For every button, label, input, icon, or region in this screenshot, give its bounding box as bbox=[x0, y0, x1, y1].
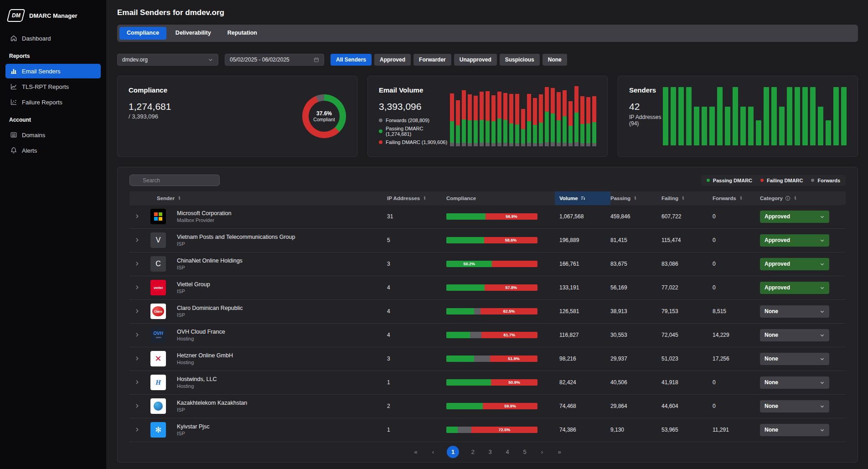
stacked-bar bbox=[580, 96, 584, 146]
table-row[interactable]: OVH.comOVH Cloud FranceHosting461.7%116,… bbox=[129, 324, 846, 347]
bar-segment bbox=[497, 143, 501, 146]
category-dropdown[interactable]: Approved bbox=[760, 282, 829, 294]
sender-type: Mailbox Provider bbox=[177, 217, 387, 223]
tab-reputation[interactable]: Reputation bbox=[220, 27, 264, 40]
claro-logo-mark: Claro bbox=[152, 306, 164, 316]
column-header-ip-addresses[interactable]: IP Addresses bbox=[387, 191, 446, 205]
sort-icon bbox=[739, 196, 744, 201]
category-dropdown[interactable]: Approved bbox=[760, 234, 829, 247]
table-row[interactable]: CChinaNet Online HoldingsISP350.2%166,76… bbox=[129, 253, 846, 276]
search-input[interactable] bbox=[129, 175, 220, 186]
bar-segment bbox=[486, 91, 490, 121]
sidebar-item-dashboard[interactable]: Dashboard bbox=[5, 31, 101, 46]
pagination-prev-button[interactable]: ‹ bbox=[429, 448, 437, 455]
sender-type: ISP bbox=[177, 407, 387, 412]
bar-segment bbox=[568, 143, 573, 146]
forwards-value: 0 bbox=[713, 261, 760, 267]
category-dropdown[interactable]: None bbox=[760, 353, 829, 365]
sidebar-item-email-senders[interactable]: Email Senders bbox=[5, 64, 101, 78]
sender-type: ISP bbox=[177, 265, 387, 270]
expand-row-button[interactable] bbox=[129, 260, 150, 268]
filter-button-none[interactable]: None bbox=[542, 54, 567, 66]
column-header-forwards[interactable]: Forwards bbox=[713, 191, 760, 205]
sidebar-item-domains[interactable]: Domains bbox=[5, 128, 101, 142]
expand-row-button[interactable] bbox=[129, 284, 150, 292]
expand-row-button[interactable] bbox=[129, 426, 150, 434]
category-dropdown[interactable]: None bbox=[760, 424, 829, 436]
column-header-compliance[interactable]: Compliance bbox=[446, 191, 559, 205]
stacked-bar bbox=[515, 94, 519, 146]
pagination-last-button[interactable]: » bbox=[556, 448, 563, 455]
donut-center-label: 37.6% Compliant bbox=[302, 94, 346, 138]
bar-segment bbox=[551, 88, 555, 113]
category-dropdown[interactable]: None bbox=[760, 376, 829, 389]
sidebar-item-alerts[interactable]: Alerts bbox=[5, 143, 101, 158]
expand-row-button[interactable] bbox=[129, 213, 150, 221]
filter-button-approved[interactable]: Approved bbox=[374, 54, 411, 66]
senders-subtitle: IP Addresses (94) bbox=[629, 114, 663, 127]
column-header-label: Sender bbox=[157, 196, 175, 201]
expand-row-button[interactable] bbox=[129, 355, 150, 363]
chevron-down-icon bbox=[820, 309, 825, 314]
filter-button-forwarder[interactable]: Forwarder bbox=[413, 54, 451, 66]
domain-select[interactable]: dmdev.org bbox=[117, 54, 218, 66]
column-header-sender[interactable]: Sender bbox=[150, 191, 387, 205]
category-label: None bbox=[765, 332, 778, 338]
table-row[interactable]: Kazakhtelekom KazakhstanISP259.9%74,4682… bbox=[129, 395, 846, 418]
compliance-bar-cell: 50.9% bbox=[446, 379, 559, 386]
logo-square bbox=[159, 212, 162, 216]
table-row[interactable]: viettelViettel GroupISP457.8%133,19156,1… bbox=[129, 276, 846, 300]
category-dropdown[interactable]: None bbox=[760, 400, 829, 412]
table-body: Microsoft CorporationMailbox Provider315… bbox=[129, 205, 846, 442]
legend-label: Forwards bbox=[817, 178, 840, 183]
volume-value: 133,191 bbox=[559, 284, 610, 291]
sort-desc-icon bbox=[580, 196, 585, 201]
table-row[interactable]: HHostwinds, LLCHosting150.9%82,42440,506… bbox=[129, 371, 846, 395]
category-dropdown[interactable]: None bbox=[760, 329, 829, 341]
pagination-first-button[interactable]: « bbox=[412, 448, 419, 455]
pagination-page-1[interactable]: 1 bbox=[447, 446, 459, 458]
table-row[interactable]: ✕Hetzner Online GmbHHosting351.9%98,2162… bbox=[129, 347, 846, 371]
pagination-page-3[interactable]: 3 bbox=[486, 448, 494, 455]
column-header-failing[interactable]: Failing bbox=[661, 191, 713, 205]
filter-button-suspicious[interactable]: Suspicious bbox=[500, 54, 540, 66]
table-row[interactable]: ✻Kyivstar PjscISP172.5%74,3869,13053,965… bbox=[129, 418, 846, 442]
category-dropdown[interactable]: None bbox=[760, 305, 829, 318]
email-volume-card-title: Email Volume bbox=[379, 86, 450, 94]
tab-compliance[interactable]: Compliance bbox=[119, 27, 166, 40]
bar-segment bbox=[557, 120, 561, 143]
forwards-value: 0 bbox=[713, 213, 760, 220]
date-range-picker[interactable]: 05/02/2025 - 06/02/2025 bbox=[225, 54, 324, 66]
filter-button-all-senders[interactable]: All Senders bbox=[331, 54, 372, 66]
ip-addresses-value: 3 bbox=[387, 261, 446, 267]
tab-deliverability[interactable]: Deliverability bbox=[168, 27, 218, 40]
sidebar-item-tls-rpt-reports[interactable]: TLS-RPT Reports bbox=[5, 79, 101, 94]
expand-row-button[interactable] bbox=[129, 237, 150, 244]
category-dropdown[interactable]: Approved bbox=[760, 258, 829, 270]
table-row[interactable]: ClaroClaro Dominican RepublicISP462.5%12… bbox=[129, 300, 846, 324]
pagination-next-button[interactable]: › bbox=[538, 448, 546, 455]
pagination-page-4[interactable]: 4 bbox=[504, 448, 511, 455]
bar-segment bbox=[462, 119, 466, 143]
pagination-page-5[interactable]: 5 bbox=[521, 448, 528, 455]
table-row[interactable]: VVietnam Posts and Telecommunications Gr… bbox=[129, 229, 846, 253]
table-row[interactable]: Microsoft CorporationMailbox Provider315… bbox=[129, 205, 846, 229]
column-header-category[interactable]: Category bbox=[760, 191, 846, 205]
legend-label: Passing DMARC (1,274,681) bbox=[386, 126, 450, 137]
column-header-passing[interactable]: Passing bbox=[610, 191, 661, 205]
column-header-volume[interactable]: Volume bbox=[555, 191, 610, 205]
senders-table-card: Passing DMARCFailing DMARCForwards Sende… bbox=[117, 167, 858, 463]
chevron-down-icon bbox=[820, 333, 825, 338]
expand-row-button[interactable] bbox=[129, 379, 150, 387]
category-dropdown[interactable]: Approved bbox=[760, 211, 829, 223]
expand-row-button[interactable] bbox=[129, 308, 150, 315]
compliance-bar: 57.8% bbox=[446, 284, 537, 291]
search-icon bbox=[133, 177, 140, 183]
expand-row-button[interactable] bbox=[129, 331, 150, 339]
sender-name: Kazakhtelekom Kazakhstan bbox=[177, 400, 387, 406]
sidebar-item-failure-reports[interactable]: Failure Reports bbox=[5, 95, 101, 109]
filter-button-unapproved[interactable]: Unapproved bbox=[454, 54, 497, 66]
expand-row-button[interactable] bbox=[129, 402, 150, 410]
pagination-page-2[interactable]: 2 bbox=[469, 448, 476, 455]
sender-bar bbox=[764, 87, 769, 145]
